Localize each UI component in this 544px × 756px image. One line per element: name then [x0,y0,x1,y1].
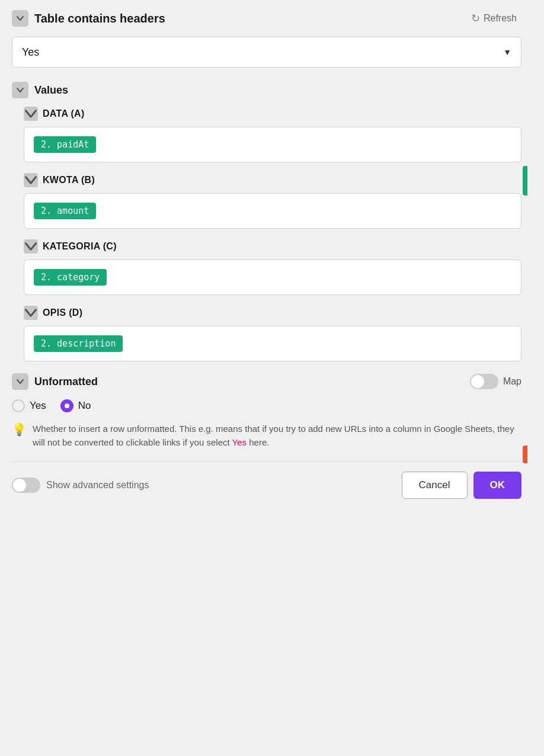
info-text-part1: Whether to insert a row unformatted. Thi… [33,424,514,447]
sub-header-data-a: DATA (A) [24,107,521,121]
kwota-b-tag: 2. amount [34,203,96,219]
opis-d-field[interactable]: 2. description [24,326,521,361]
radio-yes-circle [12,399,25,412]
cancel-button[interactable]: Cancel [402,472,468,499]
subsection-opis-d: OPIS (D) 2. description [12,306,521,361]
values-title: Values [34,84,68,97]
advanced-toggle[interactable] [12,478,40,493]
info-text-part2: here. [247,437,269,447]
kategoria-c-label: KATEGORIA (C) [43,241,117,252]
values-collapse-btn[interactable] [12,82,28,98]
button-group: Cancel OK [402,472,521,499]
unformatted-title: Unformatted [34,376,98,388]
main-panel: Table contains headers ↻ Refresh Yes ▼ V… [0,0,533,511]
info-yes-link[interactable]: Yes [232,437,247,447]
values-section: Values DATA (A) 2. paidAt [12,82,521,361]
unformatted-left: Unformatted [12,373,98,390]
info-box: 💡 Whether to insert a row unformatted. T… [12,422,521,450]
refresh-icon: ↻ [471,12,480,25]
kategoria-c-field[interactable]: 2. category [24,260,521,295]
radio-row: Yes No [12,399,521,412]
refresh-button[interactable]: ↻ Refresh [466,9,521,27]
info-text: Whether to insert a row unformatted. Thi… [33,422,521,450]
data-a-field[interactable]: 2. paidAt [24,127,521,162]
chevron-down-icon [16,86,24,94]
chevron-down-icon [24,107,38,121]
chevron-down-icon [24,173,38,187]
chevron-down-icon [16,14,24,23]
radio-yes-option[interactable]: Yes [12,399,46,412]
header-row: Table contains headers ↻ Refresh [12,9,521,27]
advanced-label: Show advanced settings [46,480,149,491]
data-a-collapse-btn[interactable] [24,107,38,121]
radio-no-label: No [78,400,91,412]
map-toggle[interactable] [470,374,498,389]
data-a-label: DATA (A) [43,108,85,119]
bottom-bar: Show advanced settings Cancel OK [12,462,521,499]
sub-header-kategoria-c: KATEGORIA (C) [24,239,521,254]
chevron-down-icon [24,239,38,254]
table-headers-collapse-btn[interactable] [12,10,28,27]
radio-yes-label: Yes [30,400,46,412]
refresh-label: Refresh [484,13,517,24]
map-toggle-row: Map [470,374,521,389]
ok-button[interactable]: OK [473,472,522,499]
advanced-settings-row: Show advanced settings [12,478,149,493]
header-left: Table contains headers [12,10,165,27]
select-value: Yes [22,46,39,59]
kwota-b-label: KWOTA (B) [43,175,95,185]
chevron-down-icon [16,377,24,386]
headers-select[interactable]: Yes ▼ [12,37,521,68]
kategoria-c-collapse-btn[interactable] [24,239,38,254]
subsection-kwota-b: KWOTA (B) 2. amount [12,173,521,229]
opis-d-collapse-btn[interactable] [24,306,38,320]
bulb-icon: 💡 [12,422,27,437]
subsection-kategoria-c: KATEGORIA (C) 2. category [12,239,521,295]
sub-header-kwota-b: KWOTA (B) [24,173,521,187]
data-a-tag: 2. paidAt [34,136,96,153]
select-arrow-icon: ▼ [503,47,511,57]
side-accent-green [523,166,527,196]
opis-d-label: OPIS (D) [43,307,82,318]
unformatted-collapse-btn[interactable] [12,373,28,390]
map-label: Map [503,376,521,387]
values-header: Values [12,82,521,98]
subsection-data-a: DATA (A) 2. paidAt [12,107,521,162]
section-title: Table contains headers [34,12,165,25]
opis-d-tag: 2. description [34,335,123,352]
unformatted-section: Unformatted Map Yes No 💡 Whether to inse… [12,373,521,450]
kategoria-c-tag: 2. category [34,269,107,286]
side-accent-red [523,446,527,463]
sub-header-opis-d: OPIS (D) [24,306,521,320]
kwota-b-field[interactable]: 2. amount [24,193,521,229]
radio-no-option[interactable]: No [60,399,91,412]
unformatted-header: Unformatted Map [12,373,521,390]
radio-no-circle [60,399,73,412]
kwota-b-collapse-btn[interactable] [24,173,38,187]
chevron-down-icon [24,306,38,320]
